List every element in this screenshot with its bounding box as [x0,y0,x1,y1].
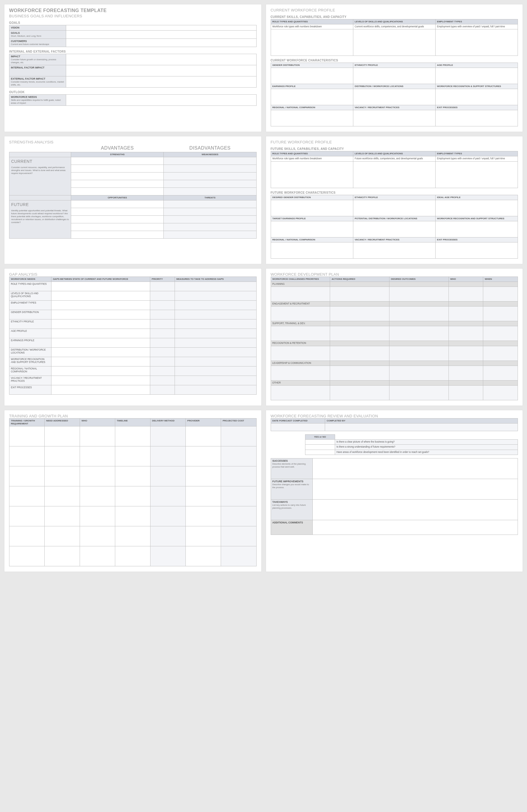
tgp-req[interactable] [10,546,45,566]
swot-adv: ADVANTAGES [71,144,164,152]
gap-gaps[interactable] [51,366,150,376]
cwp-dist: DISTRIBUTION / WORKFORCE LOCATIONS [353,84,435,89]
gap-row-label: EXIT PROCESSES [10,385,52,394]
comments-input[interactable] [313,520,518,535]
card-gap: GAP ANALYSIS WORKFORCE NEEDS GAPS BETWEE… [4,268,261,406]
cwp-ep: ETHNICITY PROFILE [353,63,435,68]
yn1[interactable] [305,440,335,445]
takeaways-input[interactable] [313,499,518,520]
gap-measures[interactable] [175,319,256,329]
gap-gaps[interactable] [51,291,150,300]
date-input[interactable] [271,423,325,431]
wdp-cell[interactable] [271,306,330,321]
wneeds-input[interactable] [66,95,256,106]
vision-input[interactable] [66,25,256,31]
fwp-c3: EMPLOYMENT TYPES [435,151,517,156]
wdp-cell[interactable] [271,386,330,400]
gap-gaps[interactable] [51,329,150,338]
gap-priority[interactable] [150,385,175,394]
gap-gaps[interactable] [51,319,150,329]
gap-priority[interactable] [150,338,175,347]
goals-label: GOALS [11,31,20,34]
fwp-c1: ROLE TYPES AND QUANTITIES [271,151,353,156]
wneeds-label: WORKFORCE NEEDS [11,96,37,99]
tgp-req[interactable] [10,487,45,506]
goals-input[interactable] [66,31,256,39]
cwp-i3[interactable] [435,29,517,56]
fwp-c2: LEVELS OF SKILLS AND QUALIFICATIONS [353,151,435,156]
gap-priority[interactable] [150,300,175,310]
gap-gaps[interactable] [51,310,150,319]
gap-measures[interactable] [175,281,256,291]
cwp-reg: REGIONAL / NATIONAL COMPARISON [271,105,353,110]
gap-priority[interactable] [150,366,175,376]
gap-gaps[interactable] [51,347,150,357]
gap-measures[interactable] [175,300,256,310]
cwp-vac: VACANCY / RECRUITMENT PRACTICES [353,105,435,110]
wdp-cell[interactable] [271,326,330,341]
gap-gaps[interactable] [51,385,150,394]
completedby-input[interactable] [325,423,518,431]
gap-priority[interactable] [150,329,175,338]
gap-gaps[interactable] [51,376,150,385]
section-title: BUSINESS GOALS AND INFLUENCERS [9,14,257,18]
successes-input[interactable] [313,458,518,479]
gap-priority[interactable] [150,281,175,291]
cwp-c1: ROLE TYPES AND QUANTITIES [271,19,353,24]
tgp-req[interactable] [10,446,45,466]
gap-priority[interactable] [150,357,175,366]
swot-thr: THREATS [164,195,256,200]
fwp-title: FUTURE WORKFORCE PROFILE [271,140,518,144]
gap-measures[interactable] [175,376,256,385]
gap-row-label: WORKFORCE RECOGNITION AND SUPPORT STRUCT… [10,357,52,366]
tgp-table: TRAINING / GROWTH REQUIREMENT NEED ADDRE… [9,418,257,566]
cwp-ap: AGE PROFILE [435,63,517,68]
gap-row-label: DISTRIBUTION / WORKFORCE LOCATIONS [10,347,52,357]
gap-gaps[interactable] [51,300,150,310]
improvements-input[interactable] [313,479,518,499]
gap-measures[interactable] [175,347,256,357]
wdp-cell[interactable] [271,287,330,301]
gap-measures[interactable] [175,366,256,376]
gap-measures[interactable] [175,338,256,347]
rev-head-table: DATE FORECAST COMPLETEDCOMPLETED BY [271,418,518,431]
wdp-cell[interactable] [271,366,330,380]
gap-measures[interactable] [175,310,256,319]
gap-measures[interactable] [175,291,256,300]
customers-input[interactable] [66,39,256,47]
cwp-i1[interactable] [271,29,353,56]
rev-title: WORKFORCE FORECASTING REVIEW AND EVALUAT… [271,414,518,418]
yn2[interactable] [305,445,335,450]
tgp-req[interactable] [10,426,45,446]
gap-gaps[interactable] [51,281,150,291]
gap-priority[interactable] [150,310,175,319]
card-review: WORKFORCE FORECASTING REVIEW AND EVALUAT… [266,410,523,572]
tgp-req[interactable] [10,526,45,546]
cwp-exit: EXIT PROCESSES [435,105,517,110]
tgp-req[interactable] [10,506,45,526]
tgp-req[interactable] [10,466,45,487]
gap-priority[interactable] [150,347,175,357]
yn3[interactable] [305,450,335,455]
internal-label: INTERNAL FACTOR IMPACT [11,66,44,69]
external-input[interactable] [66,76,256,88]
wdp-title: WORKFORCE DEVELOPMENT PLAN [271,272,518,277]
impact-input[interactable] [66,54,256,65]
fwp-skills-table: ROLE TYPES AND QUANTITIESLEVELS OF SKILL… [271,151,518,188]
gap-priority[interactable] [150,319,175,329]
gap-measures[interactable] [175,329,256,338]
wdp-cell[interactable] [271,346,330,361]
gap-row-label: VACANCY / RECRUITMENT PRACTICES [10,376,52,385]
gap-measures[interactable] [175,385,256,394]
gap-row-label: ETHNCITY PROFILE [10,319,52,329]
gap-gaps[interactable] [51,338,150,347]
gap-measures[interactable] [175,357,256,366]
gap-priority[interactable] [150,376,175,385]
fwp-r1: Workforce role types with numbers breakd… [271,156,353,161]
gap-row-label: GENDER DISTRIBUTION [10,310,52,319]
gap-gaps[interactable] [51,357,150,366]
internal-input[interactable] [66,65,256,76]
cwp-i2[interactable] [353,29,435,56]
gap-priority[interactable] [150,291,175,300]
swot-str: STRENGTHS [71,152,164,157]
